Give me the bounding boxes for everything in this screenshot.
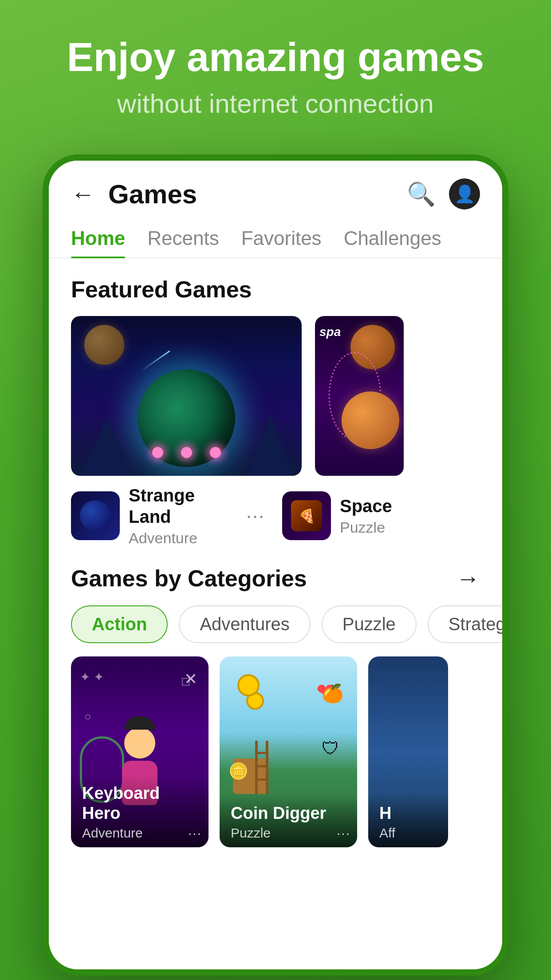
tab-home[interactable]: Home — [71, 218, 125, 257]
navigation-tabs: Home Recents Favorites Challenges — [49, 218, 502, 258]
circle-decor: ○ — [84, 710, 91, 723]
featured-section-title: Featured Games — [49, 258, 502, 312]
game-info-row: Strange Land Adventure ··· 🍕 Space Puzzl… — [49, 485, 502, 547]
categories-section-header: Games by Categories → — [49, 551, 502, 601]
coin-digger-more-button[interactable]: ··· — [337, 826, 350, 841]
shooting-star-decoration — [140, 350, 170, 371]
strange-land-genre: Adventure — [129, 530, 233, 547]
keyboard-hero-genre: Adventure — [82, 826, 197, 841]
space-food-thumbnail: spa — [315, 316, 404, 476]
game-info-strange-land: Strange Land Adventure ··· — [71, 485, 269, 547]
third-game-genre: Aff — [379, 826, 437, 841]
keyboard-hero-name: Keyboard Hero — [82, 783, 197, 824]
space-label: spa — [319, 325, 341, 339]
coin-digger-name: Coin Digger — [231, 803, 346, 824]
header-icons: 🔍 👤 — [407, 178, 480, 209]
strange-land-thumbnail — [71, 316, 302, 476]
hero-section: Enjoy amazing games without internet con… — [40, 36, 511, 119]
strange-land-thumb — [71, 491, 120, 540]
space-food-genre: Puzzle — [340, 519, 392, 536]
orange-decoration: 🍊 — [322, 683, 344, 704]
strange-land-image — [71, 316, 302, 476]
space-planet-2-decoration — [342, 391, 399, 449]
hero-subtitle: without internet connection — [67, 88, 484, 119]
pill-strategy[interactable]: Strategy — [428, 605, 502, 643]
glow-orbs-decoration — [152, 447, 221, 458]
strange-land-details: Strange Land Adventure — [129, 485, 233, 547]
coin-digger-genre: Puzzle — [231, 826, 346, 841]
strange-land-name: Strange Land — [129, 485, 233, 527]
third-game-name: H — [379, 803, 437, 824]
star-decorations: ✦ ✦ — [80, 670, 104, 684]
featured-card-space-food[interactable]: spa — [315, 316, 502, 476]
back-button[interactable]: ← — [71, 180, 95, 208]
tab-challenges[interactable]: Challenges — [344, 218, 441, 257]
category-games-list: ✦ ✦ ✕ ◻ ○ Keyboard Hero Adventure — [49, 652, 502, 852]
app-screen: ← Games 🔍 👤 Home Recents Favorites Chall… — [49, 161, 502, 969]
category-pills: Action Adventures Puzzle Strategy — [49, 601, 502, 652]
categories-arrow-button[interactable]: → — [456, 565, 480, 592]
profile-icon[interactable]: 👤 — [449, 178, 480, 209]
shield-decoration: 🛡 — [322, 739, 339, 759]
space-food-image: spa — [315, 316, 404, 476]
strange-land-more-button[interactable]: ··· — [242, 505, 269, 527]
pill-puzzle[interactable]: Puzzle — [322, 605, 417, 643]
phone-mockup: ← Games 🔍 👤 Home Recents Favorites Chall… — [43, 154, 508, 976]
game-card-coin-digger[interactable]: ❤ 🍊 🛡 🪙 Coin Digger Puzzle — [220, 656, 357, 847]
space-food-thumb: 🍕 — [282, 491, 331, 540]
game-card-keyboard-hero[interactable]: ✦ ✦ ✕ ◻ ○ Keyboard Hero Adventure — [71, 656, 209, 847]
keyboard-hero-more-button[interactable]: ··· — [188, 826, 202, 841]
featured-games-list: spa — [49, 312, 502, 485]
categories-title: Games by Categories — [71, 565, 456, 592]
coin-3-decoration: 🪙 — [228, 762, 248, 781]
mountain-left-decoration — [80, 418, 133, 476]
page-title: Games — [108, 179, 407, 209]
space-food-name: Space — [340, 495, 392, 517]
square-decor: ◻ — [181, 674, 191, 688]
search-icon[interactable]: 🔍 — [407, 181, 436, 208]
pill-action[interactable]: Action — [71, 605, 168, 643]
mountain-right-decoration — [248, 414, 293, 476]
tab-favorites[interactable]: Favorites — [241, 218, 322, 257]
third-game-overlay: H Aff — [368, 794, 448, 847]
coin-2-decoration — [237, 674, 260, 696]
featured-card-strange-land[interactable] — [71, 316, 302, 476]
planet-small-decoration — [84, 325, 124, 365]
hero-title: Enjoy amazing games — [67, 36, 484, 79]
game-card-third[interactable]: H Aff — [368, 656, 448, 847]
space-food-details: Space Puzzle — [340, 495, 392, 536]
app-header: ← Games 🔍 👤 — [49, 161, 502, 218]
tab-recents[interactable]: Recents — [147, 218, 219, 257]
game-info-space-food: 🍕 Space Puzzle — [282, 485, 480, 547]
ladder-decoration — [255, 741, 268, 794]
pill-adventures[interactable]: Adventures — [179, 605, 310, 643]
